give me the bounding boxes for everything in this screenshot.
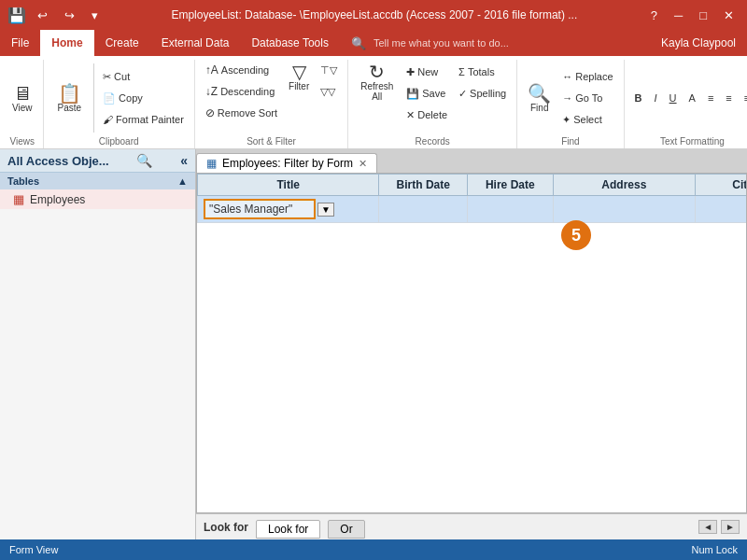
nav-collapse-btn[interactable]: «: [180, 153, 188, 168]
cell-address[interactable]: [553, 196, 696, 223]
title-input[interactable]: [204, 199, 316, 219]
records-extra-group: Σ Totals ✓ Spelling: [454, 62, 511, 104]
menu-create[interactable]: Create: [94, 30, 150, 56]
filter-label: Filter: [289, 81, 309, 91]
descending-button[interactable]: ↓Z Descending: [201, 81, 282, 102]
format-painter-button[interactable]: 🖌 Format Painter: [98, 109, 189, 130]
save-record-button[interactable]: 💾 Save: [402, 83, 452, 104]
descending-icon: ↓Z: [205, 85, 218, 98]
title-dropdown-arrow[interactable]: ▼: [317, 203, 334, 217]
nav-pane-title: All Access Obje...: [7, 154, 109, 168]
content-area: ▦ Employees: Filter by Form ✕ Title Birt…: [196, 149, 747, 539]
underline-button[interactable]: U: [665, 88, 682, 108]
delete-label: Delete: [417, 109, 447, 120]
cell-city: ▼: [696, 196, 747, 223]
paste-label: Paste: [58, 103, 82, 113]
cut-button[interactable]: ✂ Cut: [98, 66, 189, 87]
cell-hire-date[interactable]: [468, 196, 554, 223]
totals-button[interactable]: Σ Totals: [454, 62, 511, 82]
look-for-tab[interactable]: Look for: [256, 520, 320, 539]
refresh-all-label: All: [372, 91, 382, 102]
new-record-button[interactable]: ✚ New: [402, 62, 452, 82]
select-label: Select: [573, 114, 602, 125]
tab-filter-by-form[interactable]: ▦ Employees: Filter by Form ✕: [196, 153, 377, 173]
data-table: Title Birth Date Hire Date Address City …: [197, 174, 747, 223]
tab-close-btn[interactable]: ✕: [359, 158, 367, 170]
maximize-button[interactable]: □: [694, 7, 712, 24]
spelling-label: Spelling: [470, 88, 506, 99]
nav-search-icon[interactable]: 🔍: [136, 153, 152, 168]
remove-sort-button[interactable]: ⊘ Remove Sort: [201, 103, 282, 123]
filter-button[interactable]: ▽ Filter: [284, 60, 314, 94]
scroll-area: ◄ ►: [698, 520, 740, 534]
save-icon: 💾: [406, 88, 419, 100]
find-small-group: ↔ Replace → Go To ✦ Select: [557, 66, 617, 130]
view-button[interactable]: 🖥 View: [7, 81, 37, 116]
menu-database-tools[interactable]: Database Tools: [240, 30, 340, 56]
select-button[interactable]: ✦ Select: [557, 109, 617, 130]
totals-icon: Σ: [458, 66, 465, 77]
find-button[interactable]: 🔍 Find: [523, 81, 556, 116]
table-row: ▼ ▼: [198, 196, 748, 223]
sort-col: ↑A Ascending ↓Z Descending ⊘ Remove Sort: [201, 60, 282, 123]
bold-button[interactable]: B: [630, 88, 647, 108]
descending-label: Descending: [220, 86, 275, 97]
undo-button[interactable]: ↩: [32, 7, 53, 24]
help-button[interactable]: ?: [645, 7, 663, 24]
cut-icon: ✂: [103, 71, 111, 83]
goto-icon: →: [562, 92, 572, 104]
copy-button[interactable]: 📄 Copy: [98, 88, 189, 108]
menu-file[interactable]: File: [0, 30, 40, 56]
refresh-button[interactable]: ↻ Refresh All: [354, 60, 400, 105]
paste-button[interactable]: 📋 Paste: [49, 81, 91, 116]
filter-col: ⊤▽ ▽▽: [316, 60, 342, 102]
text-formatting-group-label: Text Formatting: [660, 136, 725, 148]
cell-birth-date[interactable]: [379, 196, 468, 223]
close-button[interactable]: ✕: [718, 7, 740, 24]
nav-item-employees[interactable]: ▦ Employees: [0, 189, 195, 209]
new-icon: ✚: [406, 66, 415, 78]
spelling-button[interactable]: ✓ Spelling: [454, 83, 511, 104]
ascending-button[interactable]: ↑A Ascending: [201, 60, 282, 80]
window-title: EmployeeList: Database- \EmployeeList.ac…: [104, 8, 645, 21]
font-color-button[interactable]: A: [684, 88, 700, 108]
nav-section-chevron: ▲: [177, 175, 188, 187]
ascending-icon: ↑A: [205, 63, 218, 77]
table-header-row: Title Birth Date Hire Date Address City …: [198, 175, 748, 196]
customize-button[interactable]: ▾: [86, 7, 104, 24]
nav-section-tables[interactable]: Tables ▲: [0, 173, 195, 189]
advanced-filter-button[interactable]: ▽▽: [316, 81, 342, 102]
italic-button[interactable]: I: [650, 88, 662, 108]
scroll-right-btn[interactable]: ►: [721, 520, 740, 534]
view-label: View: [12, 103, 33, 113]
ribbon-group-find: 🔍 Find ↔ Replace → Go To ✦ Select: [517, 60, 624, 148]
title-bar-left: 💾 ↩ ↪ ▾: [7, 7, 104, 24]
toggle-filter-button[interactable]: ⊤▽: [316, 60, 342, 80]
goto-button[interactable]: → Go To: [557, 88, 617, 108]
ribbon-group-views: 🖥 View Views: [2, 60, 44, 148]
redo-button[interactable]: ↪: [59, 7, 80, 24]
toggle-filter-icon: ⊤▽: [320, 64, 337, 77]
menu-home[interactable]: Home: [40, 30, 93, 56]
bottom-bar: Look for Look for Or ◄ ►: [196, 513, 747, 539]
cell-title: ▼: [198, 196, 379, 223]
remove-sort-label: Remove Sort: [218, 107, 277, 119]
replace-label: Replace: [575, 71, 613, 82]
title-text: EmployeeList: Database- \EmployeeList.ac…: [171, 8, 577, 21]
replace-button[interactable]: ↔ Replace: [557, 66, 617, 87]
delete-record-button[interactable]: ✕ Delete: [402, 105, 452, 125]
align-left-button[interactable]: ≡: [703, 88, 718, 108]
minimize-button[interactable]: ─: [669, 7, 688, 24]
scroll-left-btn[interactable]: ◄: [698, 520, 717, 534]
ascending-label: Ascending: [221, 64, 269, 76]
menu-external-data[interactable]: External Data: [150, 30, 241, 56]
status-left: Form View: [9, 544, 58, 555]
separator: [93, 63, 94, 133]
align-right-button[interactable]: ≡: [740, 88, 747, 108]
or-tab[interactable]: Or: [328, 520, 364, 539]
save-label: Save: [422, 88, 445, 99]
totals-label: Totals: [468, 66, 495, 77]
status-right: Num Lock: [691, 544, 738, 555]
align-center-button[interactable]: ≡: [721, 88, 736, 108]
ribbon-search-placeholder: Tell me what you want to do...: [374, 37, 509, 49]
